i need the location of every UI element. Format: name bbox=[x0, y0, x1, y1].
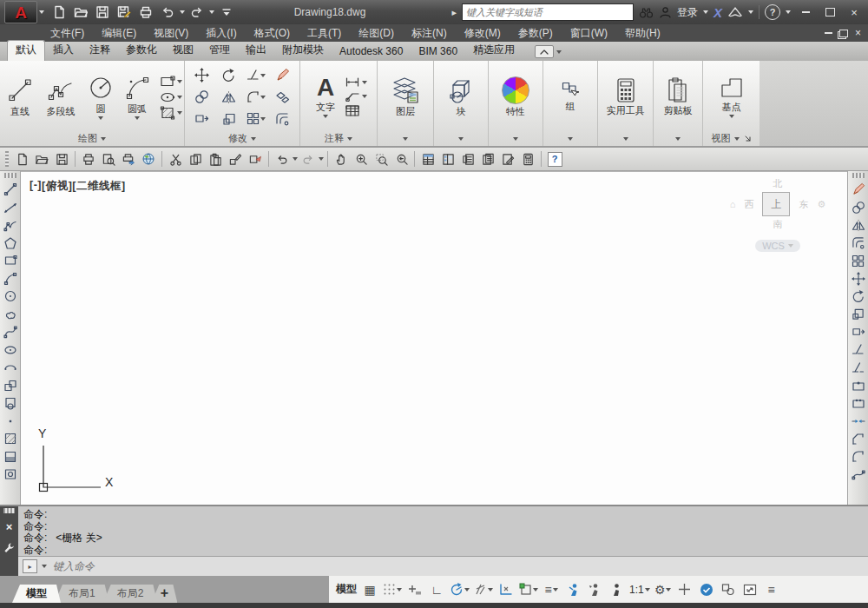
utilities-button[interactable]: 实用工具 bbox=[607, 77, 645, 117]
viewport-view-button[interactable]: [俯视] bbox=[42, 179, 72, 194]
open-button[interactable] bbox=[71, 3, 90, 22]
search-input[interactable] bbox=[462, 3, 634, 21]
tb-circle-button[interactable] bbox=[2, 287, 19, 306]
std-paste-button[interactable] bbox=[206, 149, 225, 169]
std-publish-button[interactable] bbox=[139, 149, 158, 169]
tab-model[interactable]: 模型 bbox=[12, 585, 61, 603]
doc-minimize-button[interactable] bbox=[825, 32, 832, 34]
draw-panel-label[interactable]: 绘图 bbox=[0, 131, 184, 146]
ellipse-button[interactable] bbox=[160, 91, 175, 103]
std-open-button[interactable] bbox=[32, 149, 51, 169]
workspace-dropdown-icon[interactable] bbox=[666, 588, 671, 591]
hatch-dropdown-icon[interactable] bbox=[177, 111, 182, 115]
tb-construction-line-button[interactable] bbox=[2, 199, 19, 217]
a360-button[interactable] bbox=[727, 6, 743, 18]
std-quickcalc-button[interactable] bbox=[518, 149, 537, 169]
hatch-button[interactable] bbox=[160, 106, 175, 120]
view-panel-label[interactable]: 视图 bbox=[703, 131, 760, 146]
application-menu-button[interactable]: A bbox=[4, 1, 37, 23]
tb-rectangle-button[interactable] bbox=[2, 252, 19, 270]
menu-edit[interactable]: 编辑(E) bbox=[93, 26, 145, 41]
std-undo-dropdown-icon[interactable] bbox=[293, 157, 298, 161]
signin-dropdown-icon[interactable] bbox=[703, 10, 708, 14]
close-button[interactable]: × bbox=[845, 4, 864, 20]
std-undo-button[interactable] bbox=[273, 149, 292, 169]
rectangle-dropdown-icon[interactable] bbox=[177, 80, 182, 83]
polar-toggle[interactable] bbox=[448, 580, 471, 599]
table-button[interactable] bbox=[345, 104, 360, 117]
tb-hatch-button[interactable] bbox=[2, 430, 19, 448]
rotate-button[interactable] bbox=[221, 68, 236, 83]
properties-panel-expand[interactable] bbox=[489, 131, 542, 146]
tab-parametric[interactable]: 参数化 bbox=[118, 40, 165, 61]
workspace-switch-button[interactable]: ⚙ bbox=[653, 580, 674, 599]
menu-format[interactable]: 格式(O) bbox=[246, 26, 299, 41]
block-button[interactable]: 块 bbox=[446, 76, 476, 118]
tb-extend-button[interactable] bbox=[850, 359, 867, 377]
tb-revision-cloud-button[interactable] bbox=[2, 306, 19, 324]
isolate-objects-button[interactable] bbox=[718, 580, 739, 599]
new-button[interactable] bbox=[49, 3, 69, 22]
save-button[interactable] bbox=[93, 3, 112, 22]
draw-toolbar-grip[interactable] bbox=[4, 173, 16, 178]
trim-dropdown-icon[interactable] bbox=[260, 74, 266, 77]
viewcube-east-face[interactable]: 东 bbox=[799, 198, 808, 211]
menu-view[interactable]: 视图(V) bbox=[145, 26, 197, 41]
std-properties-button[interactable] bbox=[418, 149, 437, 169]
print-button[interactable] bbox=[136, 3, 155, 22]
arc-dropdown-icon[interactable] bbox=[135, 116, 140, 120]
tb-join-button[interactable] bbox=[850, 413, 867, 431]
viewcube-west-face[interactable]: 西 bbox=[744, 198, 753, 211]
erase-button[interactable] bbox=[275, 68, 290, 83]
ribbon-collapse-button[interactable] bbox=[535, 45, 562, 58]
std-block-editor-button[interactable] bbox=[246, 149, 265, 169]
tb-blend-button[interactable] bbox=[850, 466, 867, 484]
tb-move-button[interactable] bbox=[850, 270, 867, 288]
tab-insert[interactable]: 插入 bbox=[45, 40, 82, 61]
std-cut-button[interactable] bbox=[166, 149, 185, 169]
tab-manage[interactable]: 管理 bbox=[201, 40, 238, 61]
std-sheetset-button[interactable] bbox=[478, 149, 497, 169]
std-zoom-previous-button[interactable] bbox=[391, 149, 411, 169]
viewcube-north-face[interactable]: 北 bbox=[773, 177, 783, 190]
tb-polyline-button[interactable] bbox=[2, 216, 19, 235]
tb-point-button[interactable] bbox=[2, 413, 19, 431]
menu-file[interactable]: 文件(F) bbox=[42, 26, 93, 41]
osnap-dropdown-icon[interactable] bbox=[533, 588, 538, 591]
command-history[interactable]: 命令: 命令: 命令: <栅格 关> 命令: bbox=[18, 506, 868, 556]
view-panel-launcher-icon[interactable] bbox=[745, 135, 752, 142]
menu-window[interactable]: 窗口(W) bbox=[562, 26, 616, 41]
modify-panel-label[interactable]: 修改 bbox=[185, 131, 299, 146]
undo-button[interactable] bbox=[158, 3, 177, 22]
viewcube-top-face[interactable]: 上 bbox=[762, 192, 790, 216]
menu-modify[interactable]: 修改(M) bbox=[456, 26, 510, 41]
tab-featured-apps[interactable]: 精选应用 bbox=[465, 40, 523, 61]
annotation-scale-button[interactable] bbox=[606, 580, 627, 599]
array-button[interactable] bbox=[247, 112, 266, 125]
text-button[interactable]: A 文字 bbox=[310, 76, 341, 118]
a360-dropdown-icon[interactable] bbox=[748, 10, 753, 14]
std-pan-button[interactable] bbox=[332, 149, 351, 169]
tb-scale-button[interactable] bbox=[850, 306, 867, 324]
tb-mirror-button[interactable] bbox=[850, 216, 867, 235]
help-dropdown-icon[interactable] bbox=[786, 10, 791, 14]
hardware-acceleration-indicator[interactable] bbox=[696, 580, 717, 599]
fillet-button[interactable] bbox=[247, 90, 266, 103]
tb-offset-button[interactable] bbox=[850, 235, 867, 253]
tb-make-block-button[interactable] bbox=[2, 394, 19, 413]
modify-toolbar-grip[interactable] bbox=[852, 173, 865, 178]
menu-draw[interactable]: 绘图(D) bbox=[350, 26, 403, 41]
menu-dimension[interactable]: 标注(N) bbox=[403, 26, 456, 41]
annotation-visibility-toggle[interactable] bbox=[562, 580, 583, 599]
tb-stretch-button[interactable] bbox=[850, 323, 867, 341]
tb-break-at-point-button[interactable] bbox=[850, 377, 867, 395]
std-help-button[interactable]: ? bbox=[545, 149, 564, 169]
application-menu-dropdown-icon[interactable] bbox=[39, 10, 44, 14]
toolbar-grip-handle[interactable] bbox=[5, 151, 9, 167]
tb-array-button[interactable] bbox=[850, 252, 867, 270]
annotation-panel-label[interactable]: 注释 bbox=[300, 131, 377, 146]
tb-polygon-button[interactable] bbox=[2, 235, 19, 253]
scale-value-button[interactable]: 1:1 bbox=[628, 580, 652, 599]
lineweight-dropdown-icon[interactable] bbox=[553, 588, 558, 591]
base-point-dropdown-icon[interactable] bbox=[729, 115, 734, 118]
